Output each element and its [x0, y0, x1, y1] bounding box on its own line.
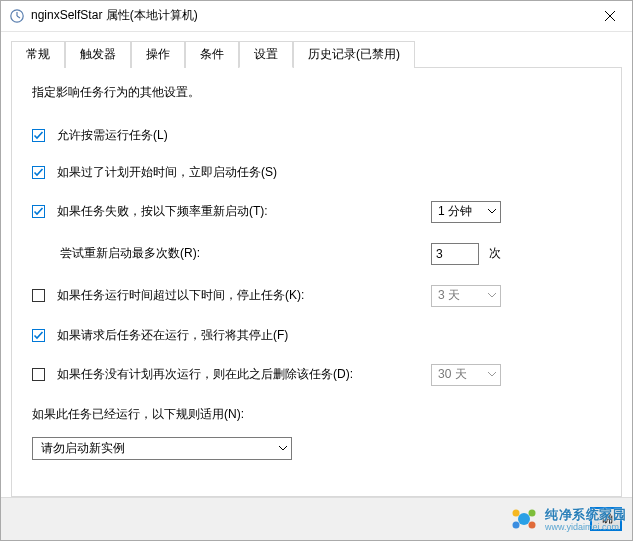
select-delete-after: 30 天	[431, 364, 501, 386]
dialog-footer: 确	[1, 497, 632, 540]
panel-description: 指定影响任务行为的其他设置。	[32, 84, 601, 101]
chevron-down-icon	[488, 208, 496, 216]
chevron-down-icon	[488, 371, 496, 379]
window-title: nginxSelfStar 属性(本地计算机)	[31, 7, 587, 24]
label-restart-if-fail: 如果任务失败，按以下频率重新启动(T):	[57, 203, 268, 220]
tab-history[interactable]: 历史记录(已禁用)	[293, 41, 415, 68]
checkbox-allow-demand[interactable]	[32, 129, 45, 142]
settings-panel: 指定影响任务行为的其他设置。 允许按需运行任务(L) 如果过了计划开始时间，立即…	[11, 67, 622, 497]
row-restart-attempts: 尝试重新启动最多次数(R): 次	[32, 243, 601, 265]
row-run-asap: 如果过了计划开始时间，立即启动任务(S)	[32, 164, 601, 181]
label-allow-demand: 允许按需运行任务(L)	[57, 127, 168, 144]
ok-button[interactable]: 确	[590, 507, 622, 531]
tab-conditions[interactable]: 条件	[185, 41, 239, 68]
row-force-stop: 如果请求后任务还在运行，强行将其停止(F)	[32, 327, 601, 344]
row-stop-if-long: 如果任务运行时间超过以下时间，停止任务(K): 3 天	[32, 285, 601, 307]
select-stop-duration-value: 3 天	[438, 287, 460, 304]
window-body: 常规 触发器 操作 条件 设置 历史记录(已禁用) 指定影响任务行为的其他设置。…	[1, 32, 632, 497]
row-allow-demand: 允许按需运行任务(L)	[32, 127, 601, 144]
select-restart-interval-value: 1 分钟	[438, 203, 472, 220]
select-restart-interval[interactable]: 1 分钟	[431, 201, 501, 223]
row-delete-if-not-sched: 如果任务没有计划再次运行，则在此之后删除该任务(D): 30 天	[32, 364, 601, 386]
label-restart-attempts: 尝试重新启动最多次数(R):	[60, 245, 200, 262]
tab-triggers[interactable]: 触发器	[65, 41, 131, 68]
checkbox-force-stop[interactable]	[32, 329, 45, 342]
row-restart-if-fail: 如果任务失败，按以下频率重新启动(T): 1 分钟	[32, 201, 601, 223]
select-delete-after-value: 30 天	[438, 366, 467, 383]
chevron-down-icon	[488, 292, 496, 300]
tab-actions[interactable]: 操作	[131, 41, 185, 68]
tab-general[interactable]: 常规	[11, 41, 65, 68]
select-stop-duration: 3 天	[431, 285, 501, 307]
row-already-running: 如果此任务已经运行，以下规则适用(N):	[32, 406, 601, 423]
checkbox-delete-if-not-sched[interactable]	[32, 368, 45, 381]
label-force-stop: 如果请求后任务还在运行，强行将其停止(F)	[57, 327, 288, 344]
properties-window: nginxSelfStar 属性(本地计算机) 常规 触发器 操作 条件 设置 …	[0, 0, 633, 541]
row-rule-select: 请勿启动新实例	[32, 437, 601, 460]
tab-settings[interactable]: 设置	[239, 41, 293, 68]
input-restart-attempts[interactable]	[431, 243, 479, 265]
checkbox-restart-if-fail[interactable]	[32, 205, 45, 218]
unit-times: 次	[489, 245, 501, 262]
close-button[interactable]	[587, 1, 632, 30]
select-instance-rule-value: 请勿启动新实例	[41, 440, 125, 457]
titlebar: nginxSelfStar 属性(本地计算机)	[1, 1, 632, 32]
svg-line-2	[17, 16, 20, 18]
select-instance-rule[interactable]: 请勿启动新实例	[32, 437, 292, 460]
label-delete-if-not-sched: 如果任务没有计划再次运行，则在此之后删除该任务(D):	[57, 366, 353, 383]
task-scheduler-icon	[9, 8, 25, 24]
checkbox-stop-if-long[interactable]	[32, 289, 45, 302]
label-run-asap: 如果过了计划开始时间，立即启动任务(S)	[57, 164, 277, 181]
chevron-down-icon	[279, 441, 287, 455]
label-already-running: 如果此任务已经运行，以下规则适用(N):	[32, 406, 244, 423]
tab-strip: 常规 触发器 操作 条件 设置 历史记录(已禁用)	[11, 40, 622, 67]
checkbox-run-asap[interactable]	[32, 166, 45, 179]
label-stop-if-long: 如果任务运行时间超过以下时间，停止任务(K):	[57, 287, 304, 304]
